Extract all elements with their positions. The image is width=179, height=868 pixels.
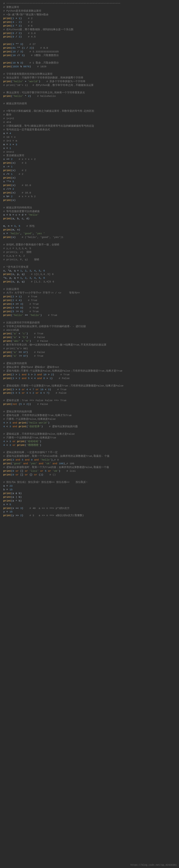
code-line (3, 358, 176, 362)
code-line: # 比较运算符在字符串里的使用 (3, 321, 176, 325)
code-line (3, 317, 176, 321)
code-line: 4 < 3 and print('你好世界') # 逻辑与运算的短路问题 (3, 425, 176, 429)
code-line: # 逻辑运算符的使用 (3, 362, 176, 366)
code-line: # 字符串之间使用比较运算符,会根据各个字符的编码值逐- - 进行比较 (3, 325, 176, 329)
code-line: print(a, b, c, d) (3, 217, 176, 221)
code-line: print(3 > 2 and 5 < 4 and 6 > 1) # False (3, 377, 176, 380)
code-line (3, 106, 176, 110)
code-line: # 只要有一个运算数的是True,结果就是True (3, 436, 176, 440)
code-line: print(0 or [] or {} or ()) # () (3, 473, 176, 477)
code-line: print(x << 3) # 40 a << n ==> p*2的n次方 (3, 507, 176, 510)
code-line: print(x) (3, 198, 176, 202)
code-line: # 在Python3里，两个整数相除，得到的结果会是一个浮点数 (3, 28, 176, 32)
code-line (3, 202, 176, 206)
code-line: *o, p, q = 1, 2, 3, 4, 5, 6 (3, 276, 176, 280)
code-line: # 逻辑或运算，只有所有的运算数都是False,结果才是False (3, 432, 176, 436)
code-line: # 只要有-个运算数是False,结果就是False (3, 417, 176, 421)
code-line: a = 23 (3, 484, 176, 488)
code-line: print(3 ** 3) # 27 (3, 42, 176, 46)
code-line (3, 87, 176, 91)
code-line (3, 262, 176, 266)
code-line: x = 1 (3, 147, 176, 150)
code-line: x **= 5 (3, 180, 176, 184)
watermark: https://blog.csdn.net/qq_42428381 (130, 864, 177, 867)
code-line: # 赋值运算符的使用 (3, 102, 176, 106)
code-line: # +加-减*乘/除**幂运算//整除%取余 (3, 13, 176, 17)
code-line: # 逻辑运算的结果，一定是布尔值吗？？不一定 (3, 451, 176, 455)
code-line: # Python是支持很多算数运算符 (3, 9, 176, 13)
code-line: m, n = 3, 5 # 拆包 (3, 224, 176, 228)
code-line: # print(o, P, q) 报错 (3, 258, 176, 262)
code-line: x += 2 # x = x + 2 (3, 158, 176, 161)
code-line: print(m, n) (3, 228, 176, 232)
code-line: # 数学 (3, 113, 176, 117)
code-line: x = 'hello', 'good', 'yes ' (3, 232, 176, 236)
code-line: print(4 - 2) # 2 (3, 21, 176, 24)
code-line: print(3 * 2) # 6 (3, 24, 176, 28)
code-line: # 加法运算符：只能用于两个字符串类型的数据，用来拼接两个字符串 (3, 76, 176, 80)
code-line: print(x) # 3 (3, 161, 176, 165)
code-line: # 比较运算符 (3, 287, 176, 291)
code-line: # =等号在计算机编程里，我们称之为赋值运算符，和数学里的等号有-定的区别 (3, 110, 176, 113)
code-line: b = 15 (3, 488, 176, 492)
code-line: # 大于> 大于等于>>小于等于<= 不等于!= / <> 等等与== (3, 291, 176, 295)
code-line: print('hello' + 'world') # 异多个字符串拼接为一个字符… (3, 80, 176, 84)
code-line (3, 239, 176, 243)
code-line: x -= 1 (3, 165, 176, 169)
code-line (3, 380, 176, 384)
code-line: # 逻辑或运算做取值时，取第一个为True的值；如果所有的运算数都是False,… (3, 466, 176, 469)
code-line: print(x) # ('hello', 'good', 'yes')1 (3, 236, 176, 239)
code-line: # 1+1=2 (3, 117, 176, 121)
code-line: # 赋值运算符的特殊用法 (3, 206, 176, 210)
code-line: # *意号表示可变长度 (3, 266, 176, 269)
code-line: # 逻辑非运算：True ==> False False ==> True (3, 399, 176, 403)
code-line: print(5 != 6) # True (3, 310, 176, 314)
code-line (3, 284, 176, 287)
code-line: print('a' > 'b') # False (3, 336, 176, 339)
code-line: print('hello' * 2) # hellohello (3, 95, 176, 98)
code-line: # 4=4 (3, 121, 176, 124)
code-line: print(1928 % 9876) # 1928 (3, 65, 176, 69)
code-line (3, 477, 176, 480)
code-line: print(10 % 3) # 1 取余，只取余数部分 (3, 61, 176, 65)
code-line: 4 < 3 or print('嘿嘿嘿嘿') (3, 443, 176, 447)
code-line: print('a' != 97) # True (3, 354, 176, 358)
code-line: # 数字和字符串之间，做==运算的结果是False,做!=结果是True,不支持… (3, 343, 176, 347)
code-line: # ASCII码表 (3, 329, 176, 332)
code-line: y = 15 (3, 510, 176, 514)
code-line: print(2 > 1) # True (3, 295, 176, 299)
code-line: x //= 2 (3, 187, 176, 191)
code-line: print(x) (3, 176, 176, 180)
code-line: # 乘法运算符：可以用于数字和字符串之间,用来将一个字符串重复多次 (3, 91, 176, 95)
code-line: print(a | b) (3, 495, 176, 499)
code-line: print(0 or [] or 'lisi' or 5 or 'ok') # … (3, 469, 176, 473)
code-line (3, 58, 176, 61)
code-line: print(o, p, q) # [1,2. 3,4]5 6 (3, 280, 176, 284)
code-line: # 10 = x (3, 135, 176, 139)
code-line: print(10 // 3) # 3整除，只取整数部分 (3, 54, 176, 58)
code-line (3, 39, 176, 42)
code-line: # 逻辑与运算做取值时，取第一个为False的值；如果所有的运算数都是True,… (3, 455, 176, 458)
code-line: # 逻辑运算符 逻辑与and 逻辑或or 逻辑非not (3, 366, 176, 369)
code-line (3, 221, 176, 224)
code-line: # 算数运算符 (3, 6, 176, 9)
code-line: print(x) # 32.0 (3, 184, 176, 187)
code-line: # 复合赋值运算符 (3, 154, 176, 158)
code-line: # o,p,q = 4, 2 (3, 254, 176, 258)
code-line: # 按位与& 按位或| 按位异或^ 按位左移<< 按位右移>> 按位取反~ (3, 480, 176, 484)
code-line: print(4 <= 9) # True (3, 306, 176, 310)
code-line: print(4 >= 3) # True (3, 303, 176, 306)
code-line (3, 406, 176, 410)
code-line: print(o, p, q) # 1[2,3,4，5] 6 (3, 273, 176, 276)
code-line: print(6 / 2) # 3.0 (3, 32, 176, 35)
code-line: # 逻辑或规则:只要有一个运算数是True,结果就是True；只有所有的运算数都… (3, 384, 176, 388)
code-line: 4 > 3 and print('hello world') (3, 421, 176, 425)
code-line: # 拆包时,变量的个数和值的个数不一致，会报错 (3, 243, 176, 247)
code-line: m = 3 + 3 (3, 143, 176, 147)
code-line: print(2 > 1 and 5 > 3 and 10 > 2) # True (3, 373, 176, 377)
code-line: # 等号的左边一定不能是常量或者表达式 (3, 128, 176, 132)
code-line: print(x) # 16.0 (3, 191, 176, 195)
code-line: print(y >> 2) # 3 a >> n ==> a除以2的n次方(取整… (3, 514, 176, 518)
code-line: print(x) # 2 (3, 169, 176, 173)
code-line (3, 447, 176, 451)
